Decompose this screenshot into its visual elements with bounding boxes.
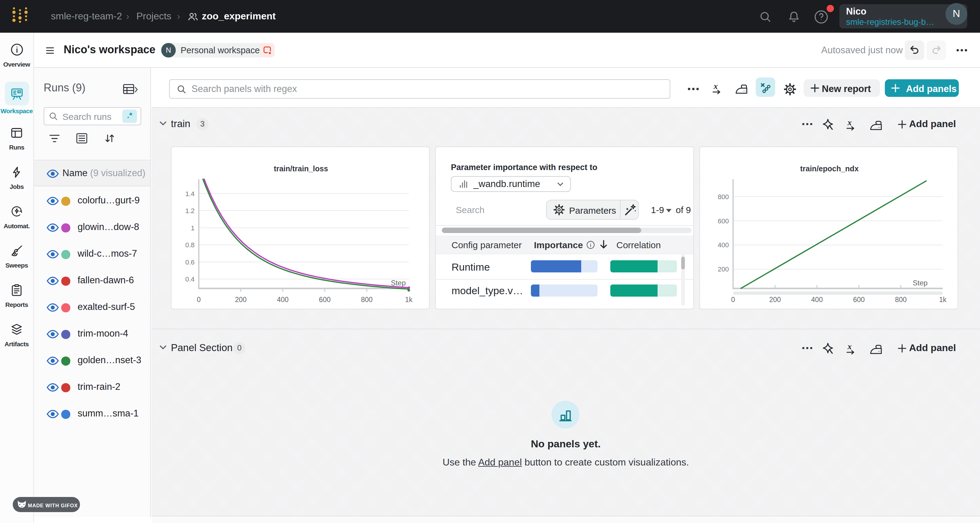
svg-text:x: x: [847, 119, 852, 127]
svg-text:Step: Step: [391, 279, 406, 287]
svg-text:200: 200: [718, 265, 729, 273]
svg-text:400: 400: [277, 296, 288, 304]
svg-text:400: 400: [718, 241, 729, 249]
svg-text:0: 0: [197, 296, 201, 304]
svg-text:1.4: 1.4: [185, 190, 194, 198]
svg-text:1k: 1k: [939, 296, 947, 304]
svg-text:800: 800: [361, 296, 372, 304]
svg-text:0: 0: [731, 296, 735, 304]
svg-text:800: 800: [718, 193, 729, 201]
svg-text:train/epoch_ndx: train/epoch_ndx: [800, 164, 859, 173]
svg-text:200: 200: [235, 296, 247, 304]
svg-text:1: 1: [191, 224, 194, 232]
svg-text:1.2: 1.2: [185, 207, 194, 215]
svg-text:x: x: [713, 82, 718, 91]
svg-text:0.4: 0.4: [185, 276, 194, 283]
svg-text:1k: 1k: [405, 296, 413, 304]
svg-text:x: x: [847, 342, 852, 351]
svg-text:600: 600: [718, 217, 729, 225]
svg-text:600: 600: [853, 296, 865, 304]
svg-text:600: 600: [319, 296, 331, 304]
svg-text:800: 800: [895, 296, 907, 304]
svg-text:0.8: 0.8: [185, 241, 194, 249]
svg-text:0.6: 0.6: [185, 258, 194, 266]
svg-text:train/train_loss: train/train_loss: [274, 164, 328, 173]
svg-text:400: 400: [811, 296, 823, 304]
svg-text:200: 200: [769, 296, 781, 304]
svg-text:Step: Step: [913, 279, 928, 287]
